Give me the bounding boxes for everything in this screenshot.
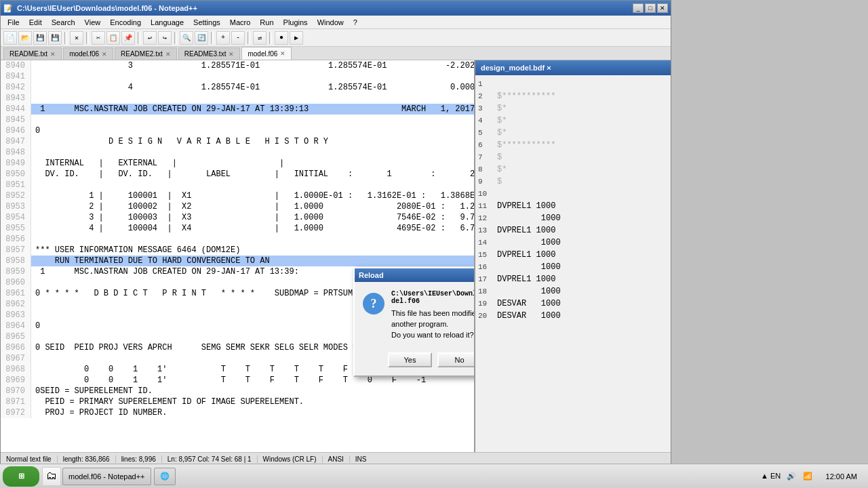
list-item: 16 1000 — [478, 261, 668, 273]
table-row: 8943 — [1, 93, 474, 104]
tab-readme-label: README.txt — [9, 50, 47, 58]
macro-play-button[interactable]: ▶ — [290, 31, 303, 45]
tab-readme3-close[interactable]: ✕ — [229, 51, 234, 58]
find-button[interactable]: 🔍 — [180, 31, 193, 45]
start-button[interactable]: ⊞ — [3, 466, 39, 487]
table-row: 8957 *** USER INFORMATION MESSAGE 6464 (… — [1, 245, 474, 256]
taskbar: ⊞ 🗂 model.f06 - Notepad++ 🌐 ▲ EN 🔊 📶 12:… — [0, 464, 868, 488]
list-item: 2$*********** — [478, 90, 668, 102]
redo-button[interactable]: ↪ — [158, 31, 172, 45]
table-row: 8950 DV. ID. | DV. ID. | LABEL | INITIAL… — [1, 169, 474, 180]
tab-readme3-label: README3.txt — [184, 50, 226, 58]
tab-readme3[interactable]: README3.txt ✕ — [178, 47, 241, 60]
table-row: 8955 4 | 100004 | X4 | 1.0000 4695E-02 :… — [1, 223, 474, 234]
tab-readme2[interactable]: README2.txt ✕ — [115, 47, 177, 60]
paste-button[interactable]: 📌 — [121, 31, 135, 45]
table-row: 8956 — [1, 234, 474, 245]
close-button-tb[interactable]: ✕ — [70, 31, 83, 45]
table-row: 8970 0SEID = SUPERELEMENT ID. — [1, 386, 474, 396]
taskbar-notepad[interactable]: model.f06 - Notepad++ — [62, 468, 151, 485]
list-item: 18 1000 — [478, 285, 668, 298]
copy-button[interactable]: 📋 — [106, 31, 120, 45]
save-all-button[interactable]: 💾 — [48, 31, 62, 45]
menu-language[interactable]: Language — [146, 17, 188, 28]
menu-macro[interactable]: Macro — [226, 17, 255, 28]
macro-rec-button[interactable]: ● — [275, 31, 288, 45]
status-length: length: 836,866 — [63, 455, 116, 463]
list-item: 20DESVAR 1000 — [478, 310, 668, 322]
table-row: 8946 0 — [1, 125, 474, 136]
tab-model-f06-2-close[interactable]: ✕ — [280, 50, 285, 57]
menu-view[interactable]: View — [81, 17, 105, 28]
menu-file[interactable]: File — [3, 17, 24, 28]
menu-run[interactable]: Run — [256, 17, 277, 28]
list-item: 10 — [478, 188, 668, 200]
table-row: 8942 4 1.285574E-01 1.285574E-01 0.00000… — [1, 82, 474, 93]
list-item: 11DVPREL1 1000 — [478, 200, 668, 212]
table-row: 8958 RUN TERMINATED DUE TO HARD CONVERGE… — [1, 256, 474, 266]
editor[interactable]: 8940 3 1.285571E-01 1.285574E-01 -2.2023… — [1, 60, 474, 452]
list-item: 8$* — [478, 163, 668, 176]
tab-model-f06-2[interactable]: model.f06 ✕ — [241, 47, 292, 60]
window-title: C:\Users\IEUser\Downloads\model.f06 - No… — [17, 4, 633, 12]
tabs-bar: README.txt ✕ model.f06 ✕ README2.txt ✕ R… — [1, 47, 671, 60]
menu-window[interactable]: Window — [313, 17, 348, 28]
replace-button[interactable]: 🔄 — [195, 31, 208, 45]
title-bar: 📝 C:\Users\IEUser\Downloads\model.f06 - … — [1, 1, 671, 16]
maximize-button[interactable]: □ — [645, 3, 656, 13]
dialog-filepath: C:\Users\IEUser\Downloads\model.f06 — [391, 290, 474, 305]
new-button[interactable]: 📄 — [3, 31, 17, 45]
list-item: 5$* — [478, 127, 668, 139]
toolbar-sep2 — [86, 32, 89, 44]
dialog-message-line2: Do you want to reload it? — [391, 329, 474, 340]
table-row: 8954 3 | 100003 | X3 | 1.0000 7546E-02 :… — [1, 212, 474, 223]
open-button[interactable]: 📂 — [18, 31, 32, 45]
table-row: 8948 — [1, 147, 474, 158]
menu-edit[interactable]: Edit — [25, 17, 46, 28]
tab-readme2-label: README2.txt — [121, 50, 163, 58]
menu-help[interactable]: ? — [349, 17, 361, 28]
zoom-out-button[interactable]: - — [231, 31, 245, 45]
dialog-title-bar: Reload ✕ — [355, 268, 474, 282]
list-item: 14 1000 — [478, 237, 668, 249]
cut-button[interactable]: ✂ — [92, 31, 105, 45]
menu-encoding[interactable]: Encoding — [106, 17, 145, 28]
table-row: 8940 3 1.285571E-01 1.285574E-01 -2.2023… — [1, 60, 474, 71]
status-lines: lines: 8,996 — [121, 455, 162, 463]
table-row: 8949 INTERNAL | EXTERNAL | | — [1, 158, 474, 169]
list-item: 15DVPREL1 1000 — [478, 249, 668, 261]
minimize-button[interactable]: _ — [633, 3, 644, 13]
table-row: 8941 — [1, 71, 474, 82]
undo-button[interactable]: ↩ — [143, 31, 157, 45]
dialog-no-button[interactable]: No — [437, 352, 474, 367]
list-item: 6$*********** — [478, 139, 668, 151]
table-row: 8952 1 | 100001 | X1 | 1.0000E-01 : 1.31… — [1, 190, 474, 201]
dialog-yes-button[interactable]: Yes — [388, 352, 432, 367]
menu-plugins[interactable]: Plugins — [279, 17, 312, 28]
tab-readme-close[interactable]: ✕ — [50, 51, 56, 58]
dialog-title-text: Reload — [359, 271, 384, 279]
toolbar-sep5 — [211, 32, 214, 44]
menu-search[interactable]: Search — [47, 17, 79, 28]
close-button[interactable]: ✕ — [657, 3, 668, 13]
tab-model-f06-2-label: model.f06 — [248, 50, 277, 58]
taskbar-explorer[interactable]: 🗂 — [42, 467, 61, 486]
wrap-button[interactable]: ⇌ — [253, 31, 267, 45]
dialog-body: ? C:\Users\IEUser\Downloads\model.f06 Th… — [355, 282, 474, 348]
taskbar-firefox[interactable]: 🌐 — [154, 468, 176, 485]
toolbar-sep6 — [248, 32, 250, 44]
tab-readme[interactable]: README.txt ✕ — [3, 47, 62, 60]
tab-readme2-close[interactable]: ✕ — [165, 51, 171, 58]
clock: 12:00 AM — [821, 472, 863, 481]
zoom-in-button[interactable]: + — [216, 31, 230, 45]
menu-settings[interactable]: Settings — [189, 17, 224, 28]
right-panel-title-text: design_model.bdf × — [481, 64, 551, 72]
table-row: 8951 — [1, 180, 474, 190]
list-item: 1 — [478, 78, 668, 90]
tab-model-f06-1[interactable]: model.f06 ✕ — [63, 47, 113, 60]
save-button[interactable]: 💾 — [33, 31, 47, 45]
table-row: 8972 PROJ = PROJECT ID NUMBER. — [1, 407, 474, 418]
tab-model-f06-1-close[interactable]: ✕ — [102, 51, 107, 58]
table-row: 8945 — [1, 115, 474, 125]
status-mode: INS — [355, 455, 367, 463]
